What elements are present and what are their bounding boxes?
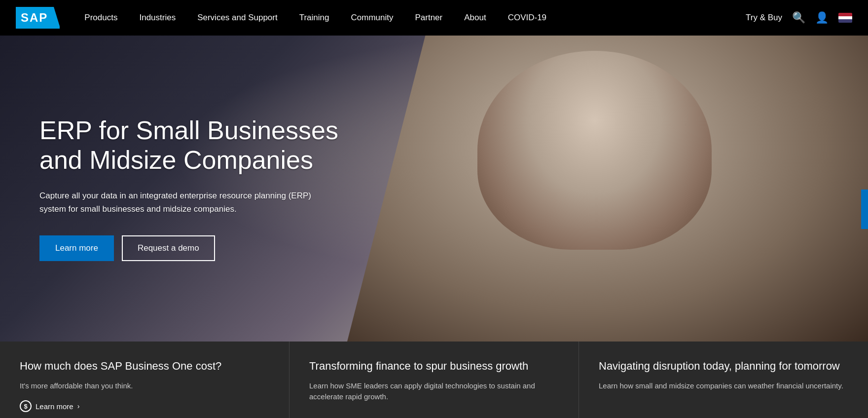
hero-subtitle: Capture all your data in an integrated e… — [39, 189, 316, 216]
nav-logo[interactable]: SAP — [16, 7, 54, 29]
dollar-icon: $ — [20, 400, 32, 412]
nav-right-actions: Try & Buy 🔍 👤 — [746, 11, 852, 24]
nav-link-covid19[interactable]: COVID-19 — [497, 0, 557, 36]
chevron-right-icon: › — [77, 402, 80, 410]
nav-link-about[interactable]: About — [453, 0, 497, 36]
card-disruption-title: Navigating disruption today, planning fo… — [599, 359, 848, 374]
hero-buttons: Learn more Request a demo — [39, 235, 375, 261]
hero-content: ERP for Small Businesses and Midsize Com… — [39, 116, 375, 261]
language-flag-icon[interactable] — [838, 13, 852, 23]
nav-links: Products Industries Services and Support… — [73, 0, 746, 36]
user-icon[interactable]: 👤 — [815, 11, 829, 24]
try-buy-button[interactable]: Try & Buy — [746, 13, 782, 23]
card-cost-learn-more[interactable]: $ Learn more › — [20, 400, 269, 412]
card-disruption-subtitle: Learn how small and midsize companies ca… — [599, 380, 848, 392]
nav-link-products[interactable]: Products — [73, 0, 128, 36]
nav-link-community[interactable]: Community — [340, 0, 404, 36]
nav-link-industries[interactable]: Industries — [128, 0, 186, 36]
hero-person-image — [347, 36, 868, 342]
hero-learn-more-button[interactable]: Learn more — [39, 235, 114, 261]
bottom-card-cost: How much does SAP Business One cost? It'… — [0, 342, 289, 418]
bottom-cards-section: How much does SAP Business One cost? It'… — [0, 342, 868, 418]
nav-link-training[interactable]: Training — [289, 0, 340, 36]
search-icon[interactable]: 🔍 — [792, 11, 805, 24]
card-cost-title: How much does SAP Business One cost? — [20, 359, 269, 374]
bottom-card-finance: Transforming finance to spur business gr… — [289, 342, 579, 418]
bottom-card-disruption: Navigating disruption today, planning fo… — [579, 342, 868, 418]
card-cost-subtitle: It's more affordable than you think. — [20, 380, 269, 392]
hero-section: ERP for Small Businesses and Midsize Com… — [0, 36, 868, 342]
main-navigation: SAP Products Industries Services and Sup… — [0, 0, 868, 36]
nav-link-partner[interactable]: Partner — [404, 0, 453, 36]
sap-logo-text: SAP — [21, 11, 48, 25]
hero-title: ERP for Small Businesses and Midsize Com… — [39, 116, 375, 175]
nav-link-services-support[interactable]: Services and Support — [186, 0, 289, 36]
side-tab[interactable] — [861, 190, 868, 229]
card-finance-subtitle: Learn how SME leaders can apply digital … — [309, 380, 559, 403]
card-cost-learn-more-label: Learn more — [36, 402, 73, 411]
card-finance-title: Transforming finance to spur business gr… — [309, 359, 559, 374]
hero-request-demo-button[interactable]: Request a demo — [122, 235, 215, 261]
